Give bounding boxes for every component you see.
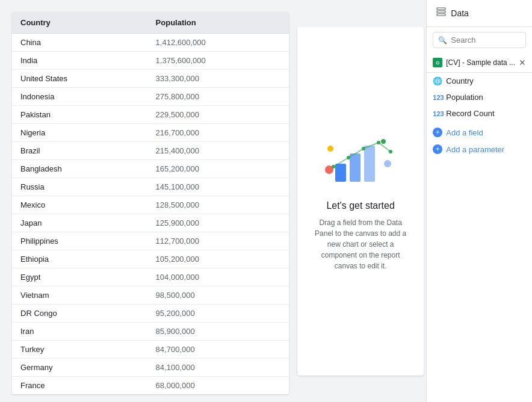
cell-population: 229,500,000 xyxy=(147,106,289,124)
google-sheets-icon: G xyxy=(433,58,442,67)
table-row: Germany84,100,000 xyxy=(12,359,289,377)
svg-rect-13 xyxy=(437,11,445,13)
svg-rect-1 xyxy=(350,153,360,182)
cell-population: 333,300,000 xyxy=(147,70,289,88)
cell-population: 98,500,000 xyxy=(147,286,289,305)
cell-population: 84,100,000 xyxy=(147,359,289,377)
cell-country: Bangladesh xyxy=(12,160,147,178)
table-row: Philippines112,700,000 xyxy=(12,232,289,250)
table-row: Turkey84,700,000 xyxy=(12,341,289,359)
cell-population: 1,375,600,000 xyxy=(147,52,289,70)
cell-country: China xyxy=(12,34,147,52)
cell-country: Iran xyxy=(12,323,147,341)
panel-title: Data xyxy=(451,8,469,18)
add-field-label: Add a field xyxy=(446,128,483,137)
table-row: Brazil215,400,000 xyxy=(12,142,289,160)
cell-country: Brazil xyxy=(12,142,147,160)
field-label-country: Country xyxy=(446,76,474,85)
cell-country: Germany xyxy=(12,359,147,377)
table-row: China1,412,600,000 xyxy=(12,34,289,52)
search-icon: 🔍 xyxy=(438,36,447,45)
panel-header: Data xyxy=(427,0,532,27)
search-box[interactable]: 🔍 xyxy=(433,32,526,48)
data-source-item[interactable]: G [CV] - Sample data ... ✕ xyxy=(427,53,532,73)
add-parameter-item[interactable]: + Add a parameter xyxy=(427,141,532,158)
add-field-item[interactable]: + Add a field xyxy=(427,124,532,141)
get-started-description: Drag a field from the Data Panel to the … xyxy=(309,217,412,271)
cell-population: 165,200,000 xyxy=(147,160,289,178)
field-population[interactable]: 123 Population xyxy=(427,89,532,105)
svg-point-5 xyxy=(384,160,391,167)
table-row: Bangladesh165,200,000 xyxy=(12,160,289,178)
cell-country: Nigeria xyxy=(12,124,147,142)
cell-country: Philippines xyxy=(12,232,147,250)
table-container: Country Population China1,412,600,000Ind… xyxy=(12,12,289,394)
cell-population: 125,900,000 xyxy=(147,214,289,232)
table-row: Iran85,900,000 xyxy=(12,323,289,341)
numeric-icon-record-count: 123 xyxy=(433,110,442,117)
col-header-country: Country xyxy=(12,12,147,34)
close-icon[interactable]: ✕ xyxy=(519,58,526,67)
cell-population: 215,400,000 xyxy=(147,142,289,160)
cell-population: 84,700,000 xyxy=(147,341,289,359)
data-panel-icon xyxy=(436,7,446,19)
add-field-icon: + xyxy=(433,128,442,137)
svg-point-8 xyxy=(347,156,350,159)
svg-rect-12 xyxy=(437,8,445,10)
search-input[interactable] xyxy=(451,36,521,45)
table-row: Nigeria216,700,000 xyxy=(12,124,289,142)
cell-country: India xyxy=(12,52,147,70)
cell-country: Japan xyxy=(12,214,147,232)
numeric-icon-population: 123 xyxy=(433,94,442,101)
cell-country: United States xyxy=(12,70,147,88)
cell-population: 112,700,000 xyxy=(147,232,289,250)
cell-country: France xyxy=(12,377,147,395)
svg-rect-2 xyxy=(364,146,375,182)
col-header-population: Population xyxy=(147,12,289,34)
add-parameter-label: Add a parameter xyxy=(446,145,504,154)
table-row: Vietnam98,500,000 xyxy=(12,286,289,305)
table-row: Mexico128,500,000 xyxy=(12,196,289,214)
svg-point-10 xyxy=(377,141,380,144)
cell-country: Russia xyxy=(12,178,147,196)
globe-icon: 🌐 xyxy=(433,76,442,85)
data-table: Country Population China1,412,600,000Ind… xyxy=(12,12,289,394)
cell-country: Vietnam xyxy=(12,286,147,305)
table-row: India1,375,600,000 xyxy=(12,52,289,70)
cell-country: Ethiopia xyxy=(12,250,147,268)
svg-point-11 xyxy=(389,150,392,153)
cell-population: 95,200,000 xyxy=(147,305,289,323)
field-label-record-count: Record Count xyxy=(446,109,494,118)
cell-population: 68,000,000 xyxy=(147,377,289,395)
svg-point-4 xyxy=(381,139,386,144)
table-row: France68,000,000 xyxy=(12,377,289,395)
svg-point-3 xyxy=(327,146,333,152)
data-source-label: [CV] - Sample data ... xyxy=(446,58,515,67)
field-label-population: Population xyxy=(446,93,483,102)
right-panel: Data 🔍 G [CV] - Sample data ... ✕ 🌐 Coun… xyxy=(426,0,532,402)
cell-population: 145,100,000 xyxy=(147,178,289,196)
cell-population: 128,500,000 xyxy=(147,196,289,214)
cell-country: Turkey xyxy=(12,341,147,359)
field-country[interactable]: 🌐 Country xyxy=(427,73,532,89)
svg-point-9 xyxy=(362,147,365,150)
svg-point-7 xyxy=(332,165,335,169)
svg-rect-0 xyxy=(335,164,346,182)
get-started-title: Let's get started xyxy=(326,200,394,211)
table-row: Indonesia275,800,000 xyxy=(12,88,289,106)
cell-country: Indonesia xyxy=(12,88,147,106)
cell-country: Mexico xyxy=(12,196,147,214)
middle-panel: Let's get started Drag a field from the … xyxy=(295,0,426,402)
cell-country: Pakistan xyxy=(12,106,147,124)
illustration-icon xyxy=(324,131,397,191)
cell-population: 105,200,000 xyxy=(147,250,289,268)
table-row: DR Congo95,200,000 xyxy=(12,305,289,323)
cell-country: Egypt xyxy=(12,268,147,286)
table-row: Japan125,900,000 xyxy=(12,214,289,232)
canvas-area: Let's get started Drag a field from the … xyxy=(297,26,424,376)
field-record-count[interactable]: 123 Record Count xyxy=(427,105,532,122)
table-row: Pakistan229,500,000 xyxy=(12,106,289,124)
table-row: Russia145,100,000 xyxy=(12,178,289,196)
table-row: Ethiopia105,200,000 xyxy=(12,250,289,268)
cell-population: 275,800,000 xyxy=(147,88,289,106)
